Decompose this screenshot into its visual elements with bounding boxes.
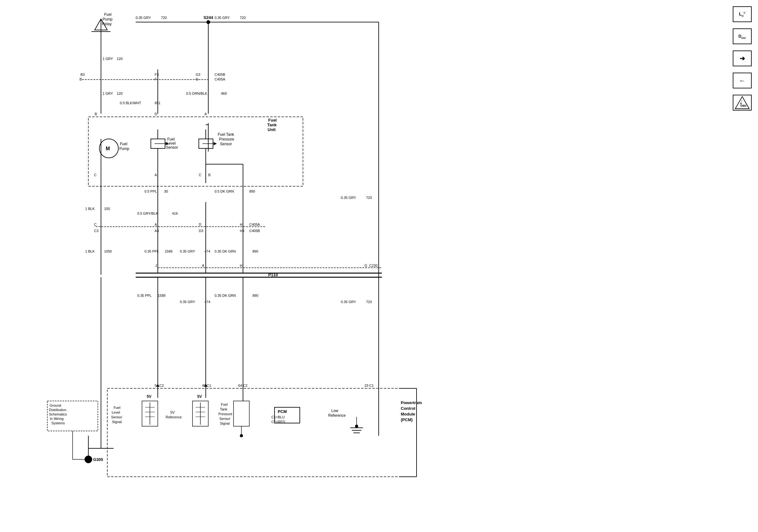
H-conn-label: H xyxy=(240,223,242,227)
motor-M-label: M xyxy=(106,146,110,151)
pcm-fuel-level-signal-label: Fuel xyxy=(114,406,120,409)
S244-label: S244 xyxy=(204,15,213,20)
wire-05ornblk-469: 0.5 ORN/BLK xyxy=(186,91,207,95)
wire-890-1: 890 xyxy=(249,190,255,193)
C230-label: C230 xyxy=(369,264,377,267)
5V-label-1: 5V xyxy=(147,394,152,399)
wire-035gry-720-far-right: 0.35 GRY xyxy=(341,300,356,304)
C3-label: C3 xyxy=(94,229,98,233)
ground-dist-label3: Schematics xyxy=(49,412,67,416)
A3-label: A3 xyxy=(155,229,159,233)
G-label: G xyxy=(196,77,198,81)
pcm-ftps-label2: Tank xyxy=(220,407,227,411)
main-container: Fuel Pump Relay S244 1 GRY 120 0.35 GRY … xyxy=(0,0,758,532)
fuel-tank-unit-label3: Unit xyxy=(268,127,276,132)
D3-label: D3 xyxy=(199,229,203,233)
wire-035gry-720-1: 0.35 GRY xyxy=(136,16,151,19)
wire-469: 469 xyxy=(221,91,226,95)
pcm-label-right: Powertrain xyxy=(401,400,422,405)
F-label: F xyxy=(155,77,157,81)
arrow-right-icon-box[interactable]: ➔ xyxy=(733,51,752,66)
wire-035gry-474-2: 0.35 GRY xyxy=(180,300,195,304)
wire-474-2: 474 xyxy=(204,300,210,304)
G305-ground-symbol xyxy=(85,456,92,463)
wire-720-right: 720 xyxy=(366,196,372,199)
svg-text:!: ! xyxy=(741,100,742,103)
pcm-ftps-label: Fuel xyxy=(221,403,227,406)
D-junction-label: D xyxy=(155,112,157,116)
wire-035dkgrn-890-1: 0.35 DK GRN xyxy=(215,249,236,253)
G3-label: G3 xyxy=(196,73,200,76)
wire-05gryblk-416: 0.5 GRY/BLK xyxy=(137,212,158,215)
C1-23-label: C1 xyxy=(369,384,374,387)
schematic-area: Fuel Pump Relay S244 1 GRY 120 0.35 GRY … xyxy=(0,0,694,532)
fuel-pump-relay-label2: Pump xyxy=(103,17,113,21)
wire-1589-2: 1589 xyxy=(158,294,165,298)
obd-icon: OBD II ! xyxy=(735,96,750,110)
C-pressure-label: C xyxy=(199,173,201,177)
pcm-5v-ref-label: 5V xyxy=(170,410,175,414)
ground-dist-label5: Systems xyxy=(52,421,65,425)
wire-035gry-720-right: 0.35 GRY xyxy=(341,196,356,199)
pin64-label: 64 xyxy=(238,384,242,387)
G-label: G xyxy=(364,264,367,267)
pcm-fuel-level-signal-label2: Level xyxy=(112,410,120,414)
wire-890-2: 890 xyxy=(253,249,258,253)
pcm-box xyxy=(107,388,417,477)
pcm-ftps-label4: Sensor xyxy=(219,417,230,421)
svg-marker-21 xyxy=(214,142,217,145)
wire-035ppl-1589-1: 0.35 PPL xyxy=(145,249,159,253)
wire-474-1: 474 xyxy=(204,249,210,253)
ground-dist-label: Ground xyxy=(50,404,61,407)
fuel-pump-relay-label: Fuel xyxy=(104,12,111,17)
wire-1589-1: 1589 xyxy=(165,249,172,253)
fuel-tank-pressure-sensor-label2: Pressure xyxy=(219,137,234,141)
low-ref-label: Low xyxy=(331,408,338,413)
C1-BLU-label: C1=BLU xyxy=(271,415,285,419)
arrow-left-icon: ← xyxy=(739,77,745,84)
desc-icon-box[interactable]: DESC xyxy=(733,28,752,44)
C405A-label: C405A xyxy=(215,77,225,81)
B3-label: B3 xyxy=(81,73,85,76)
H3-label: H3 xyxy=(240,229,244,233)
J-label: J xyxy=(155,264,157,267)
arrow-right-icon: ➔ xyxy=(740,54,745,62)
C2-RED-label: C2=RED xyxy=(271,420,285,424)
wire-1050: 1050 xyxy=(104,249,112,253)
pcm-label-right3: Module xyxy=(401,412,415,416)
C405A-conn-label: C405A xyxy=(249,223,260,227)
arrow-left-icon-box[interactable]: ← xyxy=(733,73,752,89)
wire-720-far-right: 720 xyxy=(366,300,372,304)
loc-icon-box[interactable]: LOC xyxy=(733,6,752,22)
wire-035ppl-1589-2: 0.35 PPL xyxy=(137,294,152,298)
wire-05blkwht-651: 0.5 BLK/WHT xyxy=(120,101,141,105)
C2-54-label: C2 xyxy=(159,384,164,387)
fuel-level-sensor-label2: Level xyxy=(167,141,176,146)
wire-1gry-120-top: 1 GRY xyxy=(103,57,113,61)
B-junction-label: B xyxy=(95,112,97,116)
pcm-5v-ref-label2: Reference xyxy=(166,415,182,419)
B-pressure-label: B xyxy=(208,173,211,177)
wire-035dkgrn-890-2: 0.35 DK GRN xyxy=(215,294,236,298)
pcm-ftps-label5: Signal xyxy=(220,421,230,425)
low-ref-label2: Reference xyxy=(328,413,346,418)
wire-720-2: 720 xyxy=(240,16,246,19)
wire-05ppl-30: 0.5 PPL xyxy=(145,190,157,193)
pcm-label-right2: Control xyxy=(401,406,415,411)
wire-890-3: 890 xyxy=(253,294,258,298)
obd-icon-box[interactable]: OBD II ! xyxy=(733,95,752,111)
fuel-tank-pressure-sensor-label: Fuel Tank xyxy=(218,132,234,137)
5V-label-2: 5V xyxy=(197,394,202,399)
C1-46-label: C1 xyxy=(207,384,211,387)
wire-035gry-474-1: 0.35 GRY xyxy=(180,249,195,253)
wire-120-b: 120 xyxy=(117,91,122,95)
C405B-conn-label: C405B xyxy=(249,229,260,233)
wire-1gry-120-b: 1 GRY xyxy=(103,91,113,95)
pcm-fuel-level-signal-label4: Signal xyxy=(112,420,122,424)
pcm-label-right4: (PCM) xyxy=(401,417,413,422)
C-fuel-pump-label: C xyxy=(94,173,96,177)
pcm-ftps xyxy=(233,401,249,426)
A-fuel-level-label: A xyxy=(155,173,157,177)
wire-150: 150 xyxy=(104,207,110,211)
wire-035gry-720-2: 0.35 GRY xyxy=(215,16,230,19)
